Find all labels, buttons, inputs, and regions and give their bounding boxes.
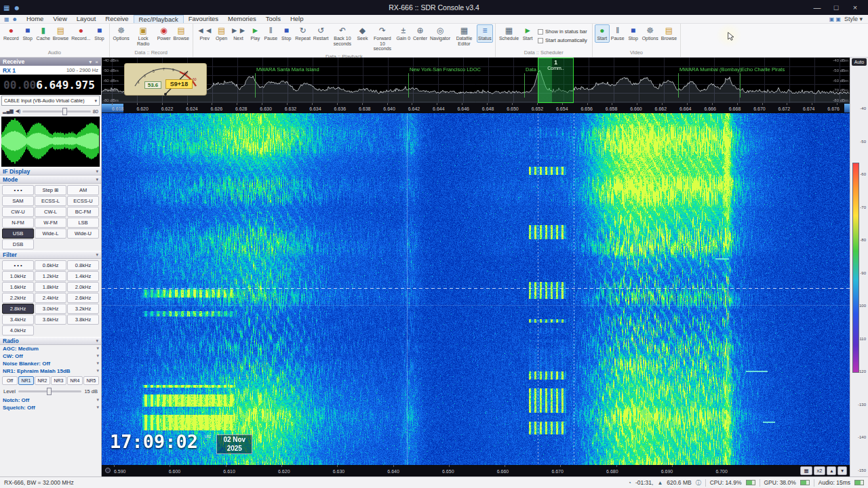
filter-button[interactable]: 1.8kHz — [35, 282, 66, 292]
mode-button[interactable]: AM — [67, 185, 99, 195]
ribbon-button[interactable]: ◉Power — [156, 24, 172, 43]
ribbon-button[interactable]: ●Start — [595, 24, 610, 43]
display-icon[interactable]: ▣ — [829, 16, 835, 22]
waterfall-frequency-scale[interactable]: 6.5906.6006.6106.6206.6306.6406.6506.660… — [102, 465, 850, 476]
display-icon[interactable]: ▣ — [835, 16, 841, 22]
ribbon-button[interactable]: ●Record — [2, 24, 20, 43]
ribbon-button[interactable]: ▮Cache — [35, 24, 52, 43]
frequency-display[interactable]: 00.006.649.975 — [0, 75, 101, 95]
filter-button[interactable]: 1.4kHz — [67, 271, 99, 281]
spectrum-frequency-scale[interactable]: 6.6186.6206.6226.6246.6266.6286.6306.632… — [102, 103, 850, 113]
ribbon-button[interactable]: ▤Open — [214, 24, 229, 43]
mode-button[interactable]: SAM — [2, 196, 34, 206]
ribbon-button[interactable]: ‖Pause — [262, 24, 279, 43]
filter-button[interactable]: 3.2kHz — [67, 304, 99, 314]
filter-button[interactable]: 2.2kHz — [2, 293, 34, 303]
auto-range-button[interactable]: Auto — [852, 58, 867, 66]
mode-button[interactable]: Wide-U — [67, 228, 99, 239]
section-filter[interactable]: Filter ▾ — [0, 251, 101, 259]
station-marker[interactable]: MWARA Santa Maria Island — [256, 66, 319, 73]
minimize-button[interactable]: — — [808, 0, 827, 15]
palette-colorbar[interactable] — [852, 163, 859, 373]
filter-button[interactable]: 2.6kHz — [67, 293, 99, 303]
ribbon-button[interactable]: ■Stop — [92, 24, 107, 43]
section-mode[interactable]: Mode ▾ — [0, 176, 101, 184]
filter-button[interactable]: 2.0kHz — [67, 282, 99, 292]
ribbon-button[interactable]: ◆Seek — [355, 24, 370, 43]
ribbon-button[interactable]: ■Stop — [279, 24, 294, 43]
noise-reduction-button[interactable]: NR2 — [35, 376, 50, 385]
mode-button[interactable]: W-FM — [35, 218, 66, 228]
ribbon-button[interactable]: ↶Back 10 seconds — [330, 24, 355, 47]
waterfall-canvas[interactable] — [102, 113, 850, 465]
ribbon-button[interactable]: ▤Browse — [660, 24, 678, 43]
mode-button[interactable]: DSB — [2, 239, 34, 249]
ribbon-button[interactable]: ↷Forward 10 seconds — [370, 24, 395, 53]
filter-button[interactable]: 0.6kHz — [35, 260, 66, 270]
checkbox-show-in-status-bar[interactable]: Show in status bar — [538, 28, 587, 35]
maximize-button[interactable]: □ — [827, 0, 846, 15]
mode-button[interactable]: BC-FM — [67, 207, 99, 217]
section-if-display[interactable]: IF Display ▾ — [0, 167, 101, 176]
noise-reduction-button[interactable]: NR3 — [51, 376, 66, 385]
mode-button[interactable]: N-FM — [2, 218, 34, 228]
ribbon-button[interactable]: ‖Pause — [610, 24, 626, 43]
menu-tab[interactable]: Tools — [261, 15, 285, 23]
clock-icon[interactable] — [105, 468, 111, 473]
receive-panel-header[interactable]: Receive ▾× — [0, 58, 101, 66]
noise-reduction-button[interactable]: NR1 — [18, 376, 34, 385]
filter-button[interactable]: 1.2kHz — [35, 271, 66, 281]
volume-slider-thumb[interactable] — [62, 108, 67, 115]
menu-tab[interactable]: Favourites — [184, 15, 223, 23]
radio-setting-row[interactable]: Noise Blanker: Off — [0, 360, 101, 367]
ribbon-button[interactable]: ◎Navigator — [429, 24, 452, 43]
ribbon-button[interactable]: ±Gain 0 — [395, 24, 412, 43]
ribbon-button[interactable]: ≡Status — [477, 24, 493, 43]
menu-tab[interactable]: Receive — [100, 15, 133, 23]
station-marker[interactable]: Echo Charlie Pirats — [741, 66, 785, 73]
ribbon-button[interactable]: ►Start — [520, 24, 535, 43]
mode-button[interactable]: USB — [2, 228, 34, 239]
ribbon-button[interactable]: ⊕Center — [412, 24, 429, 43]
volume-slider[interactable] — [22, 110, 90, 113]
mode-button[interactable]: Wide-L — [35, 228, 66, 239]
checkbox-box[interactable] — [538, 29, 543, 35]
menu-tab[interactable]: Rec/Playback — [134, 15, 184, 23]
mode-button[interactable]: • • • — [2, 185, 34, 195]
menu-tab[interactable]: Home — [22, 15, 48, 23]
radio-setting-row[interactable]: AGC: Medium — [0, 345, 101, 352]
close-button[interactable]: × — [846, 0, 865, 15]
ribbon-button[interactable]: ■Stop — [20, 24, 35, 43]
ribbon-button[interactable]: ►Play — [248, 24, 262, 43]
mode-button[interactable]: ECSS-U — [67, 196, 99, 206]
quick-access-icon[interactable]: ▦ — [4, 16, 9, 22]
level-slider[interactable] — [18, 390, 81, 392]
style-menu[interactable]: Style ▾ — [844, 16, 863, 22]
station-marker[interactable]: Data — [526, 66, 536, 73]
station-marker[interactable]: MWARA Mumbai (Bombay) — [679, 66, 741, 73]
filter-button[interactable]: • • • — [2, 260, 34, 270]
waterfall-zoom-button[interactable]: x2 — [814, 466, 826, 475]
menu-tab[interactable]: Layout — [72, 15, 101, 23]
quick-access-icon[interactable]: ☻ — [12, 16, 18, 22]
ribbon-button[interactable]: ▦Schedule — [498, 24, 520, 43]
radio-setting-row[interactable]: NR1: Ephraim Malah 15dB — [0, 367, 101, 375]
channel-highlight-box[interactable]: 1 Comm.. — [538, 58, 574, 103]
ribbon-button[interactable]: ▤Browse — [52, 24, 70, 43]
filter-button[interactable]: 3.4kHz — [2, 314, 34, 325]
notch-row[interactable]: Notch: Off — [0, 396, 101, 404]
filter-button[interactable]: 4.0kHz — [2, 325, 34, 336]
menu-tab[interactable]: Help — [285, 15, 309, 23]
level-slider-thumb[interactable] — [47, 388, 52, 395]
ribbon-button[interactable]: ■Stop — [626, 24, 641, 43]
filter-button[interactable]: 2.8kHz — [2, 304, 34, 314]
ribbon-button[interactable]: ◄◄Prev — [195, 24, 214, 43]
waterfall-zoom-button[interactable]: ▦ — [800, 466, 812, 475]
ribbon-button[interactable]: ↻Repeat — [294, 24, 312, 43]
section-radio[interactable]: Radio ▾ — [0, 337, 101, 345]
noise-reduction-button[interactable]: Off — [2, 376, 18, 385]
menu-tab[interactable]: View — [48, 15, 71, 23]
menu-tab[interactable]: Memories — [223, 15, 261, 23]
radio-setting-row[interactable]: CW: Off — [0, 352, 101, 360]
mode-button[interactable]: CW-L — [35, 207, 66, 217]
